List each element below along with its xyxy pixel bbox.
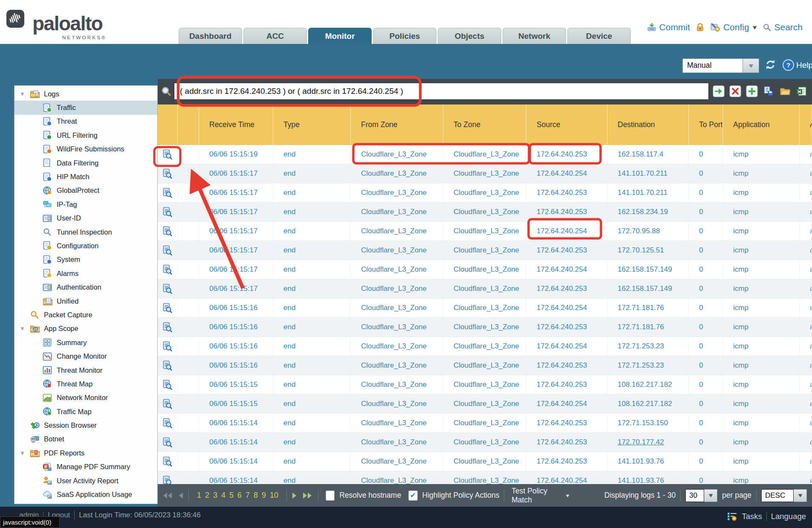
cell-detail[interactable] xyxy=(158,260,178,279)
sidebar-item-tunnel-inspection[interactable]: Tunnel Inspection xyxy=(14,225,157,239)
page-number-3[interactable]: 3 xyxy=(213,491,217,500)
tab-device[interactable]: Device xyxy=(567,28,631,44)
help-button[interactable]: Help xyxy=(783,59,812,71)
add-filter-icon[interactable] xyxy=(746,85,758,97)
sidebar-item-network-monitor[interactable]: Network Monitor xyxy=(14,391,157,405)
log-detail-icon[interactable] xyxy=(163,149,172,160)
log-detail-icon[interactable] xyxy=(163,226,172,237)
cell-detail[interactable] xyxy=(158,318,178,337)
tasks-button[interactable]: Tasks xyxy=(742,512,762,521)
first-page-button[interactable] xyxy=(162,492,173,499)
column-header-detail[interactable] xyxy=(158,104,178,145)
cell-detail[interactable] xyxy=(158,222,178,241)
sidebar-item-threat[interactable]: Threat xyxy=(14,115,157,128)
language-button[interactable]: Language xyxy=(771,512,806,521)
config-menu[interactable]: Config xyxy=(710,22,757,32)
log-detail-icon[interactable] xyxy=(163,207,172,218)
tab-monitor[interactable]: Monitor xyxy=(308,28,372,44)
log-detail-icon[interactable] xyxy=(163,341,172,352)
column-header-type[interactable]: Type xyxy=(273,104,351,145)
page-number-7[interactable]: 7 xyxy=(246,491,250,500)
column-header-receive-time[interactable]: Receive Time xyxy=(199,104,273,145)
load-filter-icon[interactable] xyxy=(779,85,791,97)
sidebar-item-change-monitor[interactable]: Change Monitor xyxy=(14,349,157,363)
export-table-icon[interactable] xyxy=(796,85,808,97)
log-detail-icon[interactable] xyxy=(163,456,172,467)
sort-order-dropdown-button[interactable] xyxy=(794,489,807,502)
log-detail-icon[interactable] xyxy=(163,245,172,256)
sidebar-item-logs[interactable]: Logs xyxy=(14,87,157,101)
log-row[interactable]: 06/06 15:15:16endCloudflare_L3_ZoneCloud… xyxy=(158,356,812,375)
sidebar-item-botnet[interactable]: Botnet xyxy=(14,432,157,446)
save-filter-icon[interactable] xyxy=(763,85,774,97)
cell-detail[interactable] xyxy=(158,471,178,484)
log-row[interactable]: 06/06 15:15:17endCloudflare_L3_ZoneCloud… xyxy=(158,183,812,203)
sidebar-item-ip-tag[interactable]: IP-Tag xyxy=(14,197,157,211)
tab-network[interactable]: Network xyxy=(503,28,566,44)
log-detail-icon[interactable] xyxy=(163,322,172,333)
expand-triangle-icon[interactable] xyxy=(20,91,30,97)
sidebar-item-traffic-map[interactable]: Traffic Map xyxy=(14,405,157,418)
page-number-1[interactable]: 1 xyxy=(197,491,201,500)
sidebar-item-data-filtering[interactable]: Data Filtering xyxy=(14,156,157,170)
sidebar-item-user-id[interactable]: User-ID xyxy=(14,212,157,225)
apply-filter-icon[interactable] xyxy=(713,85,725,97)
sidebar-item-session-browser[interactable]: Session Browser xyxy=(14,418,157,432)
log-detail-icon[interactable] xyxy=(163,284,172,294)
log-row[interactable]: 06/06 15:15:17endCloudflare_L3_ZoneCloud… xyxy=(158,279,812,299)
log-row[interactable]: 06/06 15:15:14endCloudflare_L3_ZoneCloud… xyxy=(158,452,812,471)
commit-button[interactable]: Commit xyxy=(647,22,690,32)
log-detail-icon[interactable] xyxy=(163,476,172,484)
log-row[interactable]: 06/06 15:15:15endCloudflare_L3_ZoneCloud… xyxy=(158,375,812,395)
column-header-application[interactable]: Application xyxy=(723,104,800,145)
log-row[interactable]: 06/06 15:15:16endCloudflare_L3_ZoneCloud… xyxy=(158,337,812,356)
sidebar-item-authentication[interactable]: Authentication xyxy=(14,280,157,294)
tab-objects[interactable]: Objects xyxy=(438,28,501,44)
log-row[interactable]: 06/06 15:15:19endCloudflare_L3_ZoneCloud… xyxy=(158,145,812,164)
log-detail-icon[interactable] xyxy=(163,168,172,179)
cell-detail[interactable] xyxy=(158,337,178,356)
page-number-8[interactable]: 8 xyxy=(254,491,258,500)
column-header-expand[interactable] xyxy=(178,104,199,145)
sidebar-item-alarms[interactable]: Alarms xyxy=(14,267,157,280)
page-number-10[interactable]: 10 xyxy=(270,491,278,500)
page-number-5[interactable]: 5 xyxy=(229,491,234,500)
cell-detail[interactable] xyxy=(158,203,178,221)
sidebar-item-threat-map[interactable]: Threat Map xyxy=(14,377,157,391)
log-row[interactable]: 06/06 15:15:16endCloudflare_L3_ZoneCloud… xyxy=(158,299,812,318)
lock-icon[interactable] xyxy=(696,23,705,32)
cell-detail[interactable] xyxy=(158,414,178,432)
log-row[interactable]: 06/06 15:15:14endCloudflare_L3_ZoneCloud… xyxy=(158,414,812,433)
tab-policies[interactable]: Policies xyxy=(373,28,436,44)
sidebar-item-summary[interactable]: Summary xyxy=(14,336,157,349)
tab-acc[interactable]: ACC xyxy=(243,28,307,44)
sidebar-item-system[interactable]: System xyxy=(14,253,157,267)
page-number-2[interactable]: 2 xyxy=(205,491,209,500)
page-number-6[interactable]: 6 xyxy=(237,491,242,500)
per-page-dropdown-button[interactable] xyxy=(704,489,717,502)
log-row[interactable]: 06/06 15:15:16endCloudflare_L3_ZoneCloud… xyxy=(158,318,812,337)
cell-detail[interactable] xyxy=(158,183,178,202)
filter-query-input[interactable]: ( addr.src in 172.64.240.253 ) or ( addr… xyxy=(174,83,709,100)
sidebar-item-unified[interactable]: Unified xyxy=(14,294,157,308)
next-page-button[interactable] xyxy=(292,492,298,499)
cell-detail[interactable] xyxy=(158,452,178,471)
log-row[interactable]: 06/06 15:15:14endCloudflare_L3_ZoneCloud… xyxy=(158,471,812,484)
sidebar-item-globalprotect[interactable]: GlobalProtect xyxy=(14,184,157,197)
per-page-select[interactable]: 30 xyxy=(685,489,717,502)
resolve-hostname-checkbox[interactable] xyxy=(326,490,335,501)
log-detail-icon[interactable] xyxy=(163,360,172,371)
search-button[interactable]: Search xyxy=(763,22,803,32)
expand-triangle-icon[interactable] xyxy=(20,325,30,332)
column-header-destination[interactable]: Destination xyxy=(607,104,689,145)
cell-detail[interactable] xyxy=(158,145,178,164)
log-detail-icon[interactable] xyxy=(163,418,172,429)
cell-detail[interactable] xyxy=(158,279,178,298)
sidebar-item-traffic[interactable]: Traffic xyxy=(14,101,157,114)
sidebar-item-threat-monitor[interactable]: Threat Monitor xyxy=(14,363,157,377)
cell-detail[interactable] xyxy=(158,299,178,317)
log-detail-icon[interactable] xyxy=(163,303,172,313)
log-row[interactable]: 06/06 15:15:17endCloudflare_L3_ZoneCloud… xyxy=(158,241,812,260)
log-detail-icon[interactable] xyxy=(163,399,172,409)
sidebar-item-manage-pdf-summary[interactable]: Manage PDF Summary xyxy=(14,460,157,474)
